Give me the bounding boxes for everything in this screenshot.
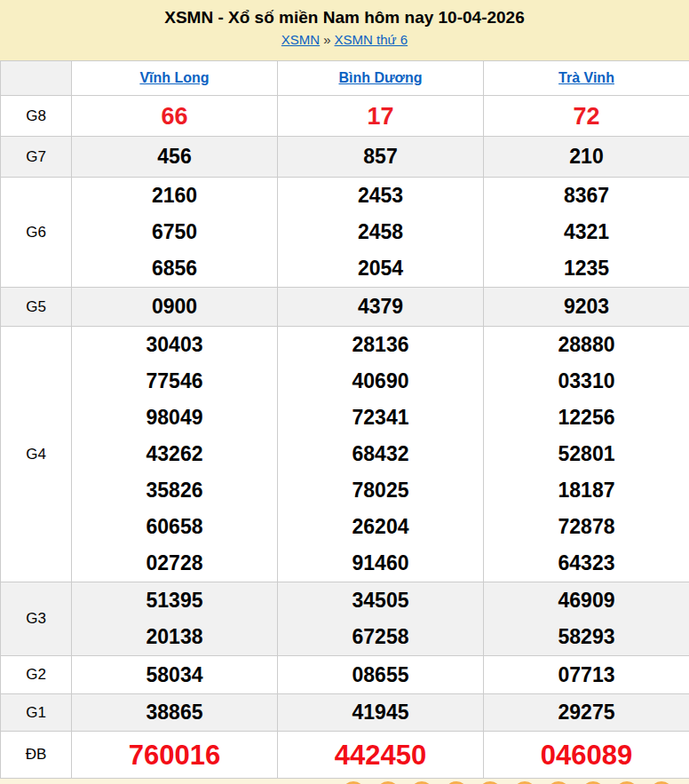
result-number: 66 [72,97,277,136]
result-number: 34505 [278,582,483,619]
lottery-results-table: Vĩnh Long Bình Dương Trà Vinh G8661772G7… [0,60,689,779]
result-number: 43262 [72,436,277,472]
prize-row-g7: G7456857210 [1,137,689,178]
result-number: 72878 [484,509,689,545]
result-number: 2054 [278,250,483,287]
result-number: 2458 [278,214,483,250]
result-cell: 456 [72,137,278,178]
result-number: 4379 [278,289,483,325]
result-number: 29275 [484,694,689,731]
result-number: 28136 [278,327,483,363]
result-cell: 29275 [484,694,689,732]
result-cell: 4379 [278,288,484,327]
result-number: 40690 [278,363,483,400]
result-number: 9203 [484,289,689,325]
result-number: 857 [278,139,483,175]
result-cell: 046089 [484,732,689,779]
prize-label-g5: G5 [1,288,72,327]
result-cell: 216067506856 [72,178,278,288]
result-cell: 0900 [72,288,278,327]
province-header-binh-duong: Bình Dương [278,61,484,96]
prize-row-db: ĐB760016442450046089 [1,732,689,779]
result-number: 08655 [278,657,483,693]
result-number: 58293 [484,619,689,655]
result-number: 2160 [72,178,277,214]
prize-label-g7: G7 [1,137,72,178]
prize-label-db: ĐB [1,732,72,779]
prize-row-g8: G8661772 [1,96,689,137]
province-link-vinh-long[interactable]: Vĩnh Long [139,70,209,85]
result-number: 1235 [484,250,689,287]
result-cell: 58034 [72,656,278,694]
result-cell: 17 [278,96,484,137]
result-cell: 30403775469804943262358266065802728 [72,327,278,582]
province-link-tra-vinh[interactable]: Trà Vinh [558,70,614,85]
prize-label-g2: G2 [1,656,72,694]
breadcrumb: XSMN»XSMN thứ 6 [0,32,689,47]
prize-row-g6: G6216067506856245324582054836743211235 [1,178,689,288]
province-link-binh-duong[interactable]: Bình Dương [338,70,422,85]
result-number: 38865 [72,694,277,731]
result-number: 02728 [72,545,277,582]
result-number: 91460 [278,545,483,582]
result-cell: 07713 [484,656,689,694]
result-number: 28880 [484,327,689,363]
result-cell: 08655 [278,656,484,694]
result-number: 6856 [72,250,277,287]
result-number: 442450 [278,733,483,778]
province-header-tra-vinh: Trà Vinh [484,61,689,96]
result-number: 17 [278,97,483,136]
result-number: 07713 [484,657,689,693]
breadcrumb-separator: » [323,32,330,47]
result-number: 0900 [72,289,277,325]
prize-row-g3: G3513952013834505672584690958293 [1,582,689,656]
result-cell: 760016 [72,732,278,779]
result-number: 30403 [72,327,277,363]
result-number: 760016 [72,733,277,778]
result-cell: 9203 [484,288,689,327]
prize-row-g1: G1388654194529275 [1,694,689,732]
result-cell: 210 [484,137,689,178]
result-number: 210 [484,139,689,175]
result-number: 26204 [278,509,483,545]
province-header-row: Vĩnh Long Bình Dương Trà Vinh [1,61,689,96]
result-cell: 857 [278,137,484,178]
result-number: 2453 [278,178,483,214]
result-number: 41945 [278,694,483,731]
breadcrumb-link-xsmn[interactable]: XSMN [281,32,320,47]
result-number: 77546 [72,363,277,400]
result-number: 72341 [278,400,483,436]
result-cell: 442450 [278,732,484,779]
result-cell: 41945 [278,694,484,732]
prize-label-g4: G4 [1,327,72,582]
result-number: 18187 [484,472,689,509]
result-number: 72 [484,97,689,136]
result-number: 4321 [484,214,689,250]
result-number: 6750 [72,214,277,250]
province-header-vinh-long: Vĩnh Long [72,61,278,96]
lotto-balls-strip [0,779,689,784]
breadcrumb-link-xsmn-thu6[interactable]: XSMN thứ 6 [335,32,408,47]
result-number: 51395 [72,582,277,619]
result-number: 46909 [484,582,689,619]
result-number: 8367 [484,178,689,214]
prize-label-g6: G6 [1,178,72,288]
result-number: 20138 [72,619,277,655]
result-cell: 28880033101225652801181877287864323 [484,327,689,582]
result-cell: 3450567258 [278,582,484,656]
prize-label-g3: G3 [1,582,72,656]
page-header: XSMN - Xổ số miền Nam hôm nay 10-04-2026… [0,0,689,60]
result-number: 60658 [72,509,277,545]
result-number: 98049 [72,400,277,436]
result-cell: 836743211235 [484,178,689,288]
result-number: 456 [72,139,277,175]
result-cell: 245324582054 [278,178,484,288]
result-number: 58034 [72,657,277,693]
result-cell: 66 [72,96,278,137]
prize-row-g4: G430403775469804943262358266065802728281… [1,327,689,582]
prize-label-g8: G8 [1,96,72,137]
result-number: 78025 [278,472,483,509]
result-number: 03310 [484,363,689,400]
result-cell: 28136406907234168432780252620491460 [278,327,484,582]
prize-label-g1: G1 [1,694,72,732]
